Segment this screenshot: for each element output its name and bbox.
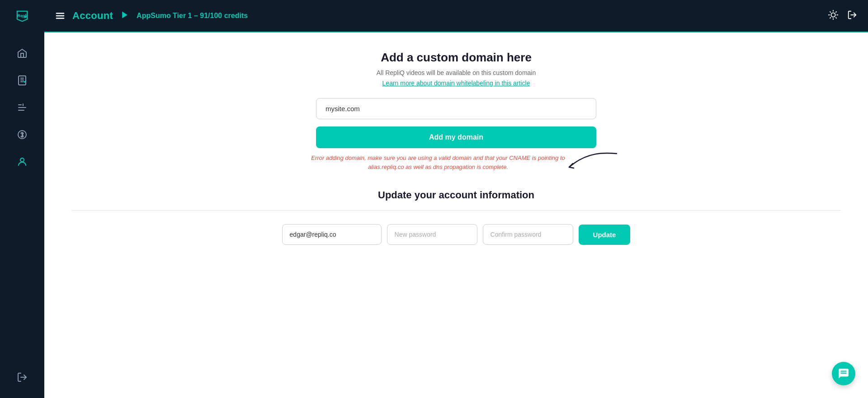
svg-point-14 <box>831 13 835 17</box>
sidebar-item-billing[interactable] <box>9 123 36 146</box>
page-content: Add a custom domain here All RepliQ vide… <box>44 33 868 398</box>
sidebar-item-home[interactable] <box>9 42 36 65</box>
sidebar-logo: Repli <box>15 0 29 33</box>
svg-line-21 <box>830 17 830 18</box>
main-wrapper: Account AppSumo Tier 1 – 91/100 credits <box>44 0 868 398</box>
email-field[interactable] <box>282 224 382 245</box>
arrow-annotation <box>560 149 619 176</box>
topbar-logout-icon[interactable] <box>847 10 857 22</box>
sidebar-item-document[interactable] <box>9 69 36 92</box>
breadcrumb-arrow <box>120 10 129 22</box>
sidebar: Repli <box>0 0 44 398</box>
sidebar-navigation <box>0 33 44 365</box>
domain-error-text: Error adding domain, make sure you are u… <box>298 154 578 171</box>
domain-input[interactable] <box>316 98 596 119</box>
domain-learn-more-link-wrapper: Learn more about domain whitelabeling in… <box>71 79 841 87</box>
update-button[interactable]: Update <box>579 225 631 245</box>
sidebar-item-account[interactable] <box>9 150 36 173</box>
svg-marker-13 <box>122 11 127 18</box>
domain-section-subtitle: All RepliQ videos will be available on t… <box>71 69 841 76</box>
topbar-right <box>828 10 857 22</box>
svg-line-18 <box>836 17 836 18</box>
domain-learn-more-link[interactable]: Learn more about domain whitelabeling in… <box>382 80 530 87</box>
sidebar-item-analytics[interactable] <box>9 96 36 119</box>
sidebar-bottom <box>9 365 36 398</box>
menu-icon[interactable] <box>55 11 65 21</box>
section-divider <box>71 210 841 211</box>
confirm-password-field[interactable] <box>483 224 573 245</box>
svg-point-9 <box>20 158 24 162</box>
sidebar-item-logout[interactable] <box>9 365 36 389</box>
error-section: Error adding domain, make sure you are u… <box>298 154 614 171</box>
domain-section-title: Add a custom domain here <box>71 51 841 65</box>
account-section-title: Update your account information <box>71 189 841 201</box>
svg-line-17 <box>830 11 830 12</box>
new-password-field[interactable] <box>387 224 477 245</box>
svg-line-22 <box>836 11 836 12</box>
account-form: Update <box>71 224 841 245</box>
add-domain-button[interactable]: Add my domain <box>316 126 596 148</box>
account-section: Update your account information Update <box>71 189 841 245</box>
topbar-subtitle: AppSumo Tier 1 – 91/100 credits <box>137 12 248 20</box>
theme-toggle-icon[interactable] <box>828 10 838 22</box>
page-title: Account <box>72 10 113 22</box>
chat-bubble-button[interactable] <box>832 362 855 385</box>
topbar: Account AppSumo Tier 1 – 91/100 credits <box>44 0 868 33</box>
